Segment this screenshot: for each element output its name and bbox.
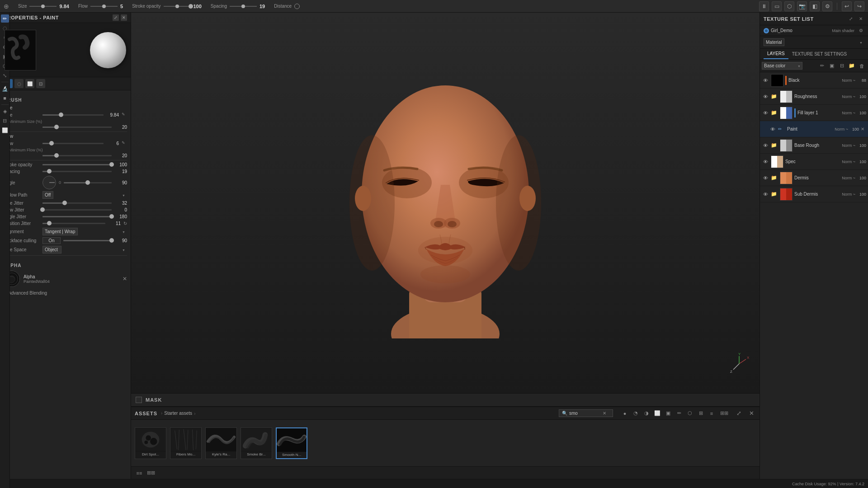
frame-btn[interactable]: ▭ xyxy=(772,1,782,11)
assets-search-clear[interactable]: ✕ xyxy=(603,411,606,416)
mask-checkbox[interactable] xyxy=(136,397,142,403)
min-size-slider[interactable] xyxy=(42,127,112,128)
paint-tool-btn[interactable]: ✏ xyxy=(1,14,9,23)
asset-item-fibers[interactable]: Fibers Mo... xyxy=(170,427,202,459)
size-slider[interactable] xyxy=(29,6,57,7)
alignment-select[interactable]: Tangent | Wrap World Screen xyxy=(42,228,78,235)
layer-item-spec[interactable]: 👁 Spec Norm ~ 100 xyxy=(760,154,868,170)
asset-item-smoke[interactable]: Smoke Br... xyxy=(241,427,272,459)
layer-item-black[interactable]: 👁 Black Norm ~ 88 xyxy=(760,72,868,89)
layer-vis-dermis[interactable]: 👁 xyxy=(762,174,769,182)
size-slider[interactable] xyxy=(42,114,104,116)
stroke-opacity-slider[interactable] xyxy=(42,164,112,165)
layer-vis-base-rough[interactable]: 👁 xyxy=(762,142,769,149)
filter-mat-btn[interactable]: ▣ xyxy=(664,409,673,418)
tsl-expand-btn[interactable]: ⤢ xyxy=(847,15,854,23)
tsl-close-btn[interactable]: ✕ xyxy=(857,15,864,23)
cursor-icon[interactable]: ⊕ xyxy=(4,3,9,10)
channel-select[interactable]: Base color Roughness Normal xyxy=(762,62,802,70)
layer-item-roughness[interactable]: 👁 📁 Roughness Norm ~ 100 xyxy=(760,89,868,105)
filter-filter-btn[interactable]: ⬡ xyxy=(685,409,694,418)
selection-btn[interactable]: ⬜ xyxy=(1,126,9,134)
layers-btn[interactable]: ⬡ xyxy=(784,1,794,11)
material-btn[interactable]: ◈ xyxy=(1,107,9,115)
pause-btn[interactable]: ⏸ xyxy=(759,1,769,11)
assets-grid-view-btn[interactable]: ⊞⊞ xyxy=(146,469,156,478)
material-select[interactable]: Material xyxy=(764,38,784,46)
size-edit-btn[interactable]: ✎ xyxy=(122,112,127,117)
size-jitter-slider[interactable] xyxy=(42,202,112,204)
assets-expand-btn[interactable]: ⤢ xyxy=(734,409,743,418)
assets-search-input[interactable] xyxy=(569,411,601,416)
flow-slider[interactable] xyxy=(90,6,118,7)
alpha-close-btn[interactable]: ✕ xyxy=(123,276,127,282)
flow-slider[interactable] xyxy=(42,143,104,144)
backface-input[interactable] xyxy=(42,237,61,244)
assets-view-grid-btn[interactable]: ⊞⊞ xyxy=(720,409,729,418)
flow-edit-btn[interactable]: ✎ xyxy=(122,141,127,146)
settings-btn-right[interactable]: ⚙ xyxy=(857,27,864,34)
brush-tab-4[interactable]: ⊡ xyxy=(36,79,45,88)
layer-item-base-rough[interactable]: 👁 📁 Base Rough Norm ~ 100 xyxy=(760,137,868,154)
advanced-blend-row[interactable]: ▶ Advanced Blending xyxy=(4,289,127,297)
assets-list-view-btn[interactable]: ≡≡ xyxy=(135,469,144,478)
transform-tool-btn[interactable]: ⤡ xyxy=(1,71,9,80)
angle-dial[interactable] xyxy=(42,176,56,189)
mask-btn[interactable]: ⊟ xyxy=(1,117,9,125)
tab-texture-set-settings[interactable]: TEXTURE SET SETTINGS xyxy=(788,49,851,59)
panel-detach-btn[interactable]: ⤢ xyxy=(113,14,119,21)
panel-close-btn[interactable]: ✕ xyxy=(121,14,127,21)
brush-tab-2[interactable]: ◌ xyxy=(14,79,24,88)
filter-tex-btn[interactable]: ⬜ xyxy=(653,409,662,418)
redo-btn[interactable]: ↪ xyxy=(854,1,864,11)
delete-layer-btn[interactable]: 🗑 xyxy=(857,61,866,70)
filter-pencil-btn[interactable]: ✏ xyxy=(675,409,684,418)
layer-vis-sub-dermis[interactable]: 👁 xyxy=(762,191,769,198)
position-jitter-slider[interactable] xyxy=(42,223,105,224)
render-btn[interactable]: ◧ xyxy=(810,1,820,11)
stroke-opacity-slider[interactable] xyxy=(164,6,191,7)
eyedropper-btn[interactable]: 🔬 xyxy=(1,84,9,93)
layer-item-sub-dermis[interactable]: 👁 📁 Sub Dermis Norm ~ 100 xyxy=(760,186,868,202)
layer-vis-paint[interactable]: 👁 xyxy=(769,126,776,133)
camera-btn[interactable]: 📷 xyxy=(797,1,807,11)
layer-item-fill-layer[interactable]: 👁 📁 Fill layer 1 Norm ~ 100 xyxy=(760,105,868,121)
asset-item-kyles[interactable]: Kyle's Ra... xyxy=(205,427,237,459)
position-jitter-sync-btn[interactable]: ↻ xyxy=(123,221,127,226)
layer-item-dermis[interactable]: 👁 📁 Dermis Norm ~ 100 xyxy=(760,170,868,186)
filter-brush-btn[interactable]: ◔ xyxy=(631,409,640,418)
filter-all-btn[interactable]: ● xyxy=(620,409,629,418)
layer-vis-fill[interactable]: 👁 xyxy=(762,109,769,117)
filter-grid-btn[interactable]: ⊞ xyxy=(696,409,705,418)
brush-tab-3[interactable]: ⬜ xyxy=(25,79,34,88)
flow-jitter-slider[interactable] xyxy=(42,209,112,211)
follow-path-select[interactable]: Off On xyxy=(42,191,53,199)
assets-crumb-starter[interactable]: Starter assets xyxy=(164,411,192,416)
add-folder-btn[interactable]: 📁 xyxy=(847,61,856,70)
size-space-select[interactable]: Object Screen World xyxy=(42,246,61,253)
asset-item-dirt-spot[interactable]: Dirt Spot... xyxy=(135,427,166,459)
filter-list-btn[interactable]: ≡ xyxy=(707,409,716,418)
undo-btn[interactable]: ↩ xyxy=(842,1,852,11)
assets-close-btn[interactable]: ✕ xyxy=(747,409,756,418)
layer-vis-black[interactable]: 👁 xyxy=(762,77,769,84)
spacing-slider[interactable] xyxy=(42,171,112,172)
layer-item-paint[interactable]: 👁 ✏ Paint Norm ~ 100 ✕ xyxy=(760,121,868,137)
angle-slider[interactable] xyxy=(64,182,112,183)
add-paint-layer-btn[interactable]: ✏ xyxy=(817,61,826,70)
layer-vis-spec[interactable]: 👁 xyxy=(762,158,769,165)
add-mask-btn[interactable]: ⊟ xyxy=(837,61,846,70)
viewport[interactable]: X Y Z xyxy=(131,13,760,393)
filter-alpha-btn[interactable]: ◑ xyxy=(642,409,651,418)
spacing-slider[interactable] xyxy=(230,6,257,7)
asset-item-smooth[interactable]: Smooth N... xyxy=(276,427,307,459)
add-fill-layer-btn[interactable]: ▣ xyxy=(827,61,836,70)
sublayer-delete-btn[interactable]: ✕ xyxy=(861,127,866,131)
settings-btn[interactable]: ⚙ xyxy=(822,1,832,11)
color-btn[interactable]: ■ xyxy=(1,94,9,102)
backface-slider[interactable] xyxy=(63,240,112,241)
layer-vis-roughness[interactable]: 👁 xyxy=(762,93,769,100)
angle-jitter-slider[interactable] xyxy=(42,216,112,217)
tab-layers[interactable]: LAYERS xyxy=(764,49,788,59)
min-flow-slider[interactable] xyxy=(42,155,112,156)
